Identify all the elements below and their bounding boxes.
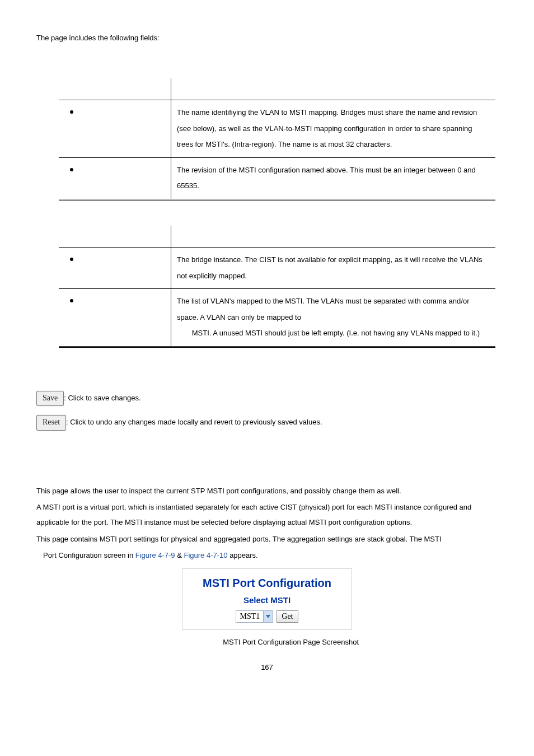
bullet-icon [70, 299, 73, 302]
reset-desc: : Click to undo any changes made locally… [66, 418, 322, 426]
row-object-hidden: Configuration Revision [76, 166, 149, 174]
col-object: Object [59, 226, 171, 248]
save-button[interactable]: Save [36, 391, 64, 406]
caption-fig-number: Figure 4-7-9 : [175, 638, 221, 646]
paragraph-2: A MSTI port is a virtual port, which is … [36, 500, 498, 530]
table-row: VLANs Mapped The list of VLAN's mapped t… [59, 289, 495, 347]
table-config-identification: Object Description Configuration Name Th… [59, 78, 495, 200]
row-desc: The name identifiying the VLAN to MSTI m… [171, 100, 496, 158]
screenshot-msti-port-config: MSTI Port Configuration Select MSTI MST1… [182, 568, 352, 630]
col-object: Object [59, 78, 171, 100]
table-row: Configuration Name The name identifiying… [59, 100, 495, 158]
screenshot-subtitle: Select MSTI [186, 595, 348, 605]
figure-link-1[interactable]: Figure 4-7-9 [135, 551, 175, 559]
paragraph-3a: This page contains MSTI port settings fo… [36, 531, 498, 547]
config-ident-label: Configuration Identification [36, 64, 498, 73]
reset-button[interactable]: Reset [36, 415, 66, 430]
screenshot-title: MSTI Port Configuration [186, 577, 348, 590]
row-desc-pre: The list of VLAN's mapped to the MSTI. T… [177, 297, 469, 321]
row-object-hidden: Configuration Name [76, 108, 140, 116]
figure-link-2[interactable]: Figure 4-7-10 [184, 551, 227, 559]
row-desc-one: one [177, 329, 190, 337]
table-msti-mapping: Object Description MSTI The bridge insta… [59, 226, 495, 348]
page-number: 167 [36, 663, 498, 671]
row-object-hidden: VLANs Mapped [76, 297, 127, 305]
row-object-hidden: MSTI [76, 255, 93, 264]
chevron-down-icon [263, 611, 273, 622]
table-row: Configuration Revision The revision of t… [59, 157, 495, 199]
figure-caption: Figure 4-7-9 : MSTI Port Configuration P… [36, 638, 498, 646]
caption-text: MSTI Port Configuration Page Screenshot [221, 638, 359, 646]
paragraph-1: This page allows the user to inspect the… [36, 483, 498, 498]
paragraph-3b: Port Configuration screen in Figure 4-7-… [36, 548, 498, 563]
row-desc: The list of VLAN's mapped to the MSTI. T… [171, 289, 496, 347]
msti-mapping-label: MSTI Mapping [36, 212, 498, 220]
row-desc: The bridge instance. The CIST is not ava… [171, 247, 496, 288]
section-heading: 4.7.5 MSTI Ports Configuration [36, 461, 498, 470]
table-row: MSTI The bridge instance. The CIST is no… [59, 247, 495, 288]
intro-text: The page includes the following fields: [36, 34, 498, 42]
svg-marker-0 [266, 615, 270, 618]
get-button[interactable]: Get [277, 610, 298, 623]
amp-text: & [175, 551, 184, 559]
buttons-heading: Buttons [36, 376, 498, 384]
para3-text-pre: Port Configuration screen in [43, 551, 135, 559]
msti-select-value: MST1 [236, 612, 263, 621]
appears-text: appears. [228, 551, 258, 559]
save-desc: : Click to save changes. [64, 394, 140, 402]
row-desc: The revision of the MSTI configuration n… [171, 157, 496, 199]
col-description: Description [171, 226, 496, 248]
col-description: Description [171, 78, 496, 100]
row-desc-post: MSTI. A unused MSTI should just be left … [190, 329, 480, 337]
msti-select[interactable]: MST1 [236, 610, 273, 623]
bullet-icon [70, 168, 73, 171]
bullet-icon [70, 110, 73, 114]
bullet-icon [70, 258, 73, 261]
